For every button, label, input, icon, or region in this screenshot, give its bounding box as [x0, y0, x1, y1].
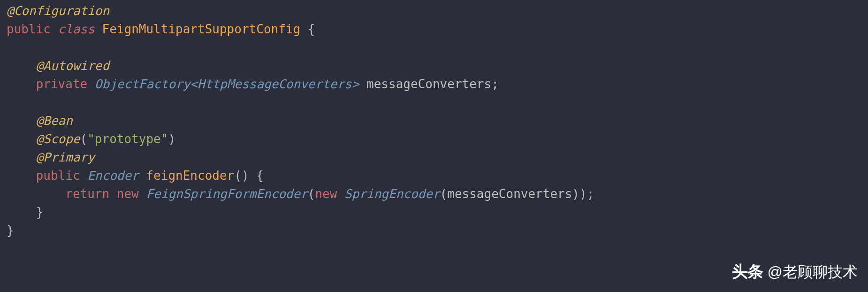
brace-open: { [256, 169, 264, 183]
paren-close: ) [168, 132, 175, 146]
code-line-blank [7, 93, 868, 112]
keyword-class: class [58, 22, 95, 36]
type-name: ObjectFactory [95, 77, 190, 91]
type-name: SpringEncoder [344, 187, 440, 201]
code-line: } [7, 203, 868, 222]
method-name: feignEncoder [146, 169, 234, 183]
code-line: private ObjectFactory<HttpMessageConvert… [7, 75, 868, 93]
keyword-private: private [36, 77, 88, 91]
paren-open: ( [80, 132, 88, 146]
string-literal: "prototype" [87, 132, 168, 146]
code-line: public Encoder feignEncoder() { [7, 167, 868, 185]
watermark-logo: 头条 [732, 260, 763, 284]
semicolon: ; [587, 187, 594, 201]
paren-open: ( [440, 187, 448, 201]
type-name: FeignSpringFormEncoder [146, 187, 307, 201]
brace-open: { [308, 22, 315, 36]
code-line: @Configuration [7, 2, 868, 20]
keyword-new: new [117, 187, 139, 201]
keyword-public: public [7, 22, 51, 36]
type-name: Encoder [87, 169, 139, 183]
type-name: HttpMessageConverters [198, 77, 352, 91]
parens: () [234, 169, 249, 183]
annotation: @Configuration [7, 4, 109, 18]
code-line: return new FeignSpringFormEncoder(new Sp… [7, 185, 868, 203]
code-line: @Bean [7, 112, 868, 130]
paren-close: ) [579, 187, 587, 201]
paren-open: ( [308, 187, 315, 201]
code-line: @Autowired [7, 57, 868, 75]
annotation: @Scope [36, 132, 80, 146]
angle-bracket: > [352, 77, 359, 91]
annotation: @Primary [36, 150, 95, 164]
annotation: @Bean [36, 114, 73, 128]
identifier: messageConverters [447, 187, 572, 201]
annotation: @Autowired [36, 59, 110, 73]
code-line-blank [7, 38, 868, 57]
code-line: } [7, 222, 868, 240]
code-line: @Primary [7, 148, 868, 167]
code-line: public class FeignMultipartSupportConfig… [7, 20, 868, 38]
keyword-return: return [65, 187, 109, 201]
keyword-new: new [315, 187, 337, 201]
brace-close: } [36, 205, 44, 219]
watermark: 头条 @老顾聊技术 [732, 260, 858, 284]
class-name: FeignMultipartSupportConfig [102, 22, 301, 36]
watermark-text: @老顾聊技术 [768, 261, 858, 283]
paren-close: ) [572, 187, 579, 201]
angle-bracket: < [190, 77, 198, 91]
code-editor: @Configuration public class FeignMultipa… [0, 0, 868, 240]
semicolon: ; [491, 77, 499, 91]
identifier: messageConverters [366, 77, 491, 91]
code-line: @Scope("prototype") [7, 130, 868, 148]
keyword-public: public [36, 169, 80, 183]
brace-close: } [7, 223, 14, 238]
